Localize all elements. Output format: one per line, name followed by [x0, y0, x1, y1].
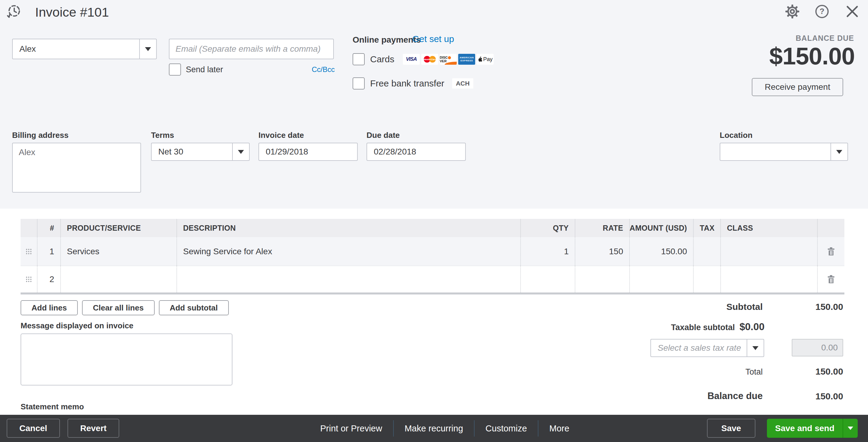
add-lines-button[interactable]: Add lines: [21, 300, 78, 315]
chevron-down-icon: [145, 47, 151, 51]
get-set-up-link[interactable]: Get set up: [412, 34, 454, 44]
clear-all-lines-button[interactable]: Clear all lines: [82, 300, 155, 315]
location-label: Location: [720, 131, 752, 140]
statement-memo-label: Statement memo: [21, 402, 84, 411]
total-label: Total: [745, 367, 763, 377]
send-later-row: Send later: [169, 64, 223, 76]
cards-checkbox[interactable]: [352, 53, 365, 65]
line-items-table: # PRODUCT/SERVICE DESCRIPTION QTY RATE A…: [21, 219, 844, 295]
cancel-button[interactable]: Cancel: [7, 419, 60, 438]
location-select-arrow[interactable]: [831, 143, 847, 160]
billing-address-field[interactable]: Alex: [12, 143, 141, 193]
location-select[interactable]: [720, 143, 848, 161]
customer-select[interactable]: Alex: [12, 39, 157, 59]
product-cell[interactable]: [61, 266, 177, 292]
drag-handle-icon[interactable]: [25, 248, 32, 255]
row-number: 2: [37, 266, 61, 292]
terms-select[interactable]: Net 30: [151, 143, 250, 161]
amex-card-icon: AMERICAN EXPRESS: [458, 54, 475, 65]
rate-cell[interactable]: [575, 266, 630, 292]
header-class: CLASS: [721, 219, 818, 237]
tax-cell[interactable]: [694, 266, 721, 292]
customer-select-value: Alex: [13, 39, 139, 59]
tax-cell[interactable]: [694, 237, 721, 266]
page-title: Invoice #101: [35, 5, 109, 20]
table-row[interactable]: 1 Services Sewing Service for Alex 1 150…: [21, 237, 844, 266]
product-cell[interactable]: Services: [61, 237, 177, 266]
invoice-message-field[interactable]: [21, 334, 232, 385]
revert-button[interactable]: Revert: [67, 419, 119, 438]
invoice-header-section: Invoice #101 ?: [0, 0, 868, 209]
ach-badge: ACH: [452, 78, 473, 89]
due-date-field[interactable]: 02/28/2018: [367, 143, 466, 161]
description-cell[interactable]: Sewing Service for Alex: [177, 237, 521, 266]
table-bottom-border: [21, 293, 844, 295]
chevron-down-icon: [836, 150, 842, 154]
header-product: PRODUCT/SERVICE: [61, 219, 177, 237]
help-icon[interactable]: ?: [815, 4, 829, 19]
class-cell[interactable]: [721, 237, 818, 266]
balance-due-label: Balance due: [707, 390, 763, 402]
line-actions: Add lines Clear all lines Add subtotal: [21, 300, 229, 315]
row-number: 1: [37, 237, 61, 266]
table-row[interactable]: 2: [21, 266, 844, 293]
more-link[interactable]: More: [538, 420, 580, 437]
bank-transfer-label: Free bank transfer: [370, 78, 444, 89]
card-brand-chips: VISA MasterCard DISCVER AMERICAN EXPRESS: [403, 54, 494, 65]
cards-label: Cards: [370, 54, 394, 64]
save-button[interactable]: Save: [707, 419, 755, 438]
apple-pay-icon: Pay: [477, 54, 494, 65]
taxable-subtotal-value: $0.00: [739, 321, 765, 333]
chevron-down-icon: [238, 150, 244, 154]
drag-handle-icon[interactable]: [25, 276, 32, 283]
trash-icon[interactable]: [828, 275, 835, 283]
bank-transfer-checkbox[interactable]: [352, 77, 365, 90]
header-description: DESCRIPTION: [177, 219, 521, 237]
footer-bar: Cancel Revert Print or Preview Make recu…: [0, 415, 868, 442]
invoice-date-field[interactable]: 01/29/2018: [258, 143, 358, 161]
qty-cell[interactable]: 1: [521, 237, 575, 266]
rate-cell[interactable]: 150: [575, 237, 630, 266]
location-select-value: [720, 143, 831, 160]
taxable-subtotal-label: Taxable subtotal: [671, 323, 735, 332]
terms-label: Terms: [151, 131, 174, 140]
mastercard-icon: MasterCard: [421, 54, 438, 65]
billing-address-label: Billing address: [12, 131, 68, 140]
print-or-preview-link[interactable]: Print or Preview: [309, 420, 393, 437]
class-cell[interactable]: [721, 266, 818, 292]
save-and-send-dropdown[interactable]: [843, 419, 858, 438]
gear-icon[interactable]: [785, 4, 800, 19]
save-and-send-button[interactable]: Save and send: [767, 419, 858, 438]
amount-cell[interactable]: [630, 266, 694, 292]
tax-amount-field[interactable]: 0.00: [792, 339, 843, 356]
sales-tax-select[interactable]: Select a sales tax rate: [650, 339, 764, 357]
customize-link[interactable]: Customize: [474, 420, 538, 437]
chevron-down-icon: [752, 346, 758, 350]
header-trash-cell: [818, 219, 844, 237]
qty-cell[interactable]: [521, 266, 575, 292]
sales-tax-placeholder: Select a sales tax rate: [651, 340, 747, 356]
cc-bcc-link[interactable]: Cc/Bcc: [312, 65, 335, 74]
visa-card-icon: VISA: [403, 54, 420, 65]
invoice-date-label: Invoice date: [258, 131, 304, 140]
make-recurring-link[interactable]: Make recurring: [394, 420, 474, 437]
terms-select-arrow[interactable]: [232, 143, 249, 160]
history-icon[interactable]: [7, 4, 21, 19]
close-icon[interactable]: [845, 4, 860, 19]
amount-cell[interactable]: 150.00: [630, 237, 694, 266]
header-tax: TAX: [694, 219, 721, 237]
header-num: #: [37, 219, 61, 237]
sales-tax-select-arrow[interactable]: [747, 340, 764, 356]
receive-payment-button[interactable]: Receive payment: [752, 78, 843, 96]
add-subtotal-button[interactable]: Add subtotal: [159, 300, 229, 315]
footer-center-links: Print or Preview Make recurring Customiz…: [309, 415, 580, 442]
customer-select-arrow[interactable]: [139, 39, 156, 59]
header-rate: RATE: [575, 219, 630, 237]
save-and-send-label[interactable]: Save and send: [767, 419, 843, 438]
trash-icon[interactable]: [828, 247, 835, 256]
balance-due-caption: BALANCE DUE: [796, 34, 854, 43]
email-input[interactable]: [169, 39, 334, 59]
send-later-checkbox[interactable]: [169, 64, 181, 76]
chevron-down-icon: [848, 427, 853, 430]
description-cell[interactable]: [177, 266, 521, 292]
